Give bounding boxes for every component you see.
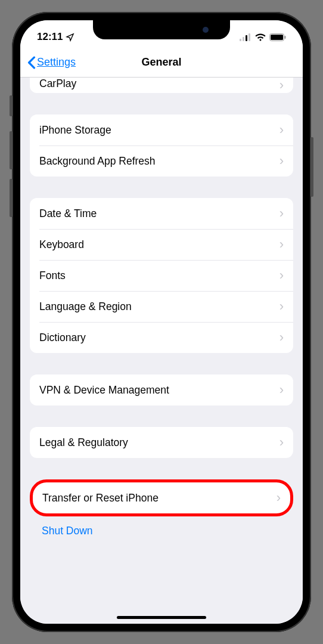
- status-time: 12:11: [37, 31, 63, 43]
- row-label: CarPlay: [39, 78, 76, 90]
- back-label: Settings: [37, 56, 76, 69]
- row-language-region[interactable]: Language & Region ›: [30, 291, 293, 322]
- battery-icon: [269, 33, 286, 41]
- chevron-right-icon: ›: [279, 78, 284, 93]
- row-label: Legal & Regulatory: [39, 436, 128, 449]
- row-background-app-refresh[interactable]: Background App Refresh ›: [30, 145, 293, 177]
- chevron-right-icon: ›: [279, 206, 284, 221]
- row-label: Date & Time: [39, 208, 97, 220]
- row-iphone-storage[interactable]: iPhone Storage ›: [30, 114, 293, 145]
- row-dictionary[interactable]: Dictionary ›: [30, 322, 293, 353]
- chevron-right-icon: ›: [279, 153, 284, 169]
- mute-switch: [10, 95, 13, 116]
- volume-up-button: [10, 131, 13, 169]
- row-label: Language & Region: [39, 301, 132, 313]
- wifi-icon: [255, 33, 266, 41]
- camera-dot: [203, 27, 209, 33]
- group-legal: Legal & Regulatory ›: [30, 427, 293, 458]
- row-label: Fonts: [39, 270, 66, 282]
- phone-frame: 12:11: [12, 12, 311, 632]
- row-vpn-device-management[interactable]: VPN & Device Management ›: [30, 374, 293, 405]
- cellular-icon: [240, 33, 251, 41]
- chevron-right-icon: ›: [279, 268, 284, 283]
- chevron-right-icon: ›: [279, 299, 284, 314]
- row-label: Keyboard: [39, 239, 84, 251]
- group-carplay: CarPlay ›: [30, 78, 293, 93]
- chevron-right-icon: ›: [279, 435, 284, 450]
- chevron-right-icon: ›: [279, 382, 284, 398]
- back-button[interactable]: Settings: [27, 56, 76, 69]
- row-keyboard[interactable]: Keyboard ›: [30, 229, 293, 260]
- group-vpn: VPN & Device Management ›: [30, 374, 293, 405]
- row-label: iPhone Storage: [39, 124, 111, 137]
- chevron-left-icon: [27, 56, 36, 69]
- group-transfer-reset: Transfer or Reset iPhone ›: [30, 479, 293, 516]
- home-indicator[interactable]: [117, 616, 206, 619]
- row-carplay[interactable]: CarPlay ›: [30, 78, 293, 93]
- location-icon: [66, 33, 74, 42]
- row-label: Dictionary: [39, 332, 86, 344]
- shut-down-button[interactable]: Shut Down: [30, 516, 293, 554]
- svg-rect-0: [240, 39, 241, 41]
- shutdown-label: Shut Down: [42, 525, 93, 537]
- screen: 12:11: [20, 20, 303, 624]
- group-storage-refresh: iPhone Storage › Background App Refresh …: [30, 114, 293, 177]
- chevron-right-icon: ›: [277, 490, 281, 506]
- row-label: Transfer or Reset iPhone: [42, 492, 159, 504]
- row-label: Background App Refresh: [39, 155, 156, 168]
- row-transfer-reset-iphone[interactable]: Transfer or Reset iPhone ›: [33, 482, 290, 513]
- row-date-time[interactable]: Date & Time ›: [30, 198, 293, 229]
- nav-bar: Settings General: [20, 48, 303, 78]
- svg-rect-3: [249, 33, 250, 41]
- content-scroll[interactable]: CarPlay › iPhone Storage › Background Ap…: [20, 78, 303, 624]
- svg-rect-6: [285, 36, 286, 39]
- svg-rect-1: [243, 37, 244, 41]
- row-label: VPN & Device Management: [39, 384, 169, 397]
- group-input-lang: Date & Time › Keyboard › Fonts › Languag…: [30, 198, 293, 353]
- notch: [93, 20, 230, 39]
- svg-rect-2: [246, 35, 247, 41]
- row-fonts[interactable]: Fonts ›: [30, 260, 293, 291]
- power-button: [310, 137, 313, 197]
- chevron-right-icon: ›: [279, 237, 284, 252]
- volume-down-button: [10, 179, 13, 217]
- chevron-right-icon: ›: [279, 330, 284, 345]
- row-legal-regulatory[interactable]: Legal & Regulatory ›: [30, 427, 293, 458]
- nav-title: General: [141, 56, 181, 69]
- chevron-right-icon: ›: [279, 122, 284, 138]
- svg-rect-5: [271, 35, 283, 40]
